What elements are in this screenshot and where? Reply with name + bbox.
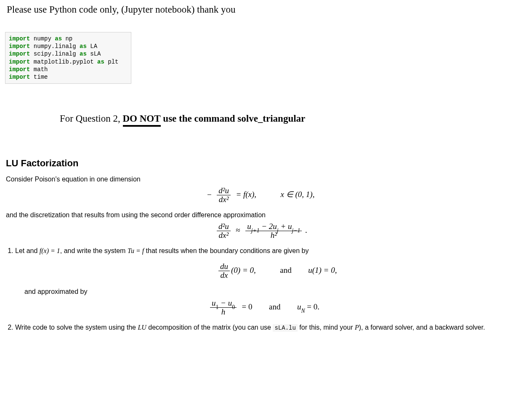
kw-as: as	[80, 43, 87, 50]
mid-pre: For Question 2,	[60, 113, 123, 124]
intro-text-1: Consider Poison's equation in one dimens…	[6, 176, 527, 183]
alias: plt	[108, 59, 118, 65]
eq4-sub1: 1	[216, 304, 219, 310]
eq3-den: dx	[221, 271, 228, 280]
q1-c: that results when the boundary condition…	[144, 247, 309, 254]
eq4-subn: N	[301, 308, 305, 314]
q2-a: Write code to solve the system using the	[15, 324, 138, 331]
kw-import: import	[9, 74, 30, 80]
eq1-domain: x ∈ (0, 1),	[281, 190, 315, 199]
eq2-lhs-den: dx²	[219, 231, 229, 240]
eq3-num: du	[220, 262, 228, 271]
module-name: numpy	[34, 35, 51, 42]
kw-import: import	[9, 59, 30, 65]
eq2-sub1: j+1	[251, 227, 260, 234]
eq4-u1: u	[212, 298, 216, 307]
kw-import: import	[9, 35, 30, 42]
eq3-rhs: u(1) = 0,	[308, 266, 337, 274]
eq4-sub0: 0	[232, 304, 235, 310]
eq2-u: u	[247, 222, 251, 231]
module-name: numpy.linalg	[34, 43, 76, 50]
alias: np	[65, 35, 72, 42]
mid-post: use the command solve_triangular	[161, 113, 306, 124]
eq1-rhs: = f(x),	[236, 190, 256, 199]
top-instruction: Please use Python code only, (Jupyter no…	[5, 4, 527, 15]
eq2-den: h²	[271, 231, 277, 240]
kw-import: import	[9, 43, 30, 50]
q2-b: decomposition of the matrix (you can use	[146, 324, 273, 331]
eq1-den: dx²	[219, 195, 229, 204]
question-list: Let and f(x) = 1, and write the system T…	[6, 247, 527, 331]
kw-as: as	[55, 35, 62, 42]
mid-instruction: For Question 2, DO NOT use the command s…	[60, 113, 527, 124]
eq3-and: and	[280, 266, 291, 274]
equation-1: − d²u dx² = f(x), x ∈ (0, 1),	[5, 187, 527, 204]
q2-lu: LU	[138, 324, 146, 331]
eq2-sub3: j−1	[292, 227, 300, 234]
intro-text-2: and the discretization that results from…	[6, 211, 527, 219]
q1-tu: Tu = f	[128, 247, 144, 254]
module-name: time	[34, 74, 48, 80]
eq4-den: h	[221, 307, 226, 316]
eq4-and: and	[269, 302, 280, 311]
kw-import: import	[9, 66, 30, 73]
alias: LA	[90, 43, 97, 50]
eq2-lhs-num: d²u	[218, 222, 229, 231]
eq1-num: d²u	[218, 186, 229, 195]
question-1: Let and f(x) = 1, and write the system T…	[15, 247, 527, 316]
eq4-eq0: = 0	[242, 302, 253, 311]
q1-a: Let and	[15, 247, 40, 254]
kw-as: as	[80, 51, 87, 57]
q2-c: for this, mind your	[298, 324, 355, 331]
alias: sLA	[90, 51, 101, 57]
mid-underlined: DO NOT	[123, 113, 161, 124]
eq2-mid1: − 2u	[260, 222, 277, 231]
code-cell: import numpy as np import numpy.linalg a…	[5, 32, 131, 84]
approx-by: and approximated by	[24, 288, 527, 296]
equation-2: d²u dx² ≈ uj+1 − 2uj + uj−1 h² .	[5, 222, 527, 240]
module-name: math	[34, 66, 48, 73]
eq4-un: u	[297, 302, 301, 311]
question-2: Write code to solve the system using the…	[15, 324, 527, 331]
section-heading: LU Factorization	[6, 158, 527, 169]
kw-as: as	[97, 59, 104, 65]
module-name: matplotlib.pyplot	[34, 59, 94, 65]
kw-import: import	[9, 51, 30, 57]
q2-d: ), a forward solver, and a backward solv…	[359, 324, 485, 331]
eq2-dot: .	[305, 226, 307, 234]
eq4-mid: − u	[218, 298, 232, 307]
eq2-mid2: + u	[279, 222, 292, 231]
module-name: scipy.linalg	[34, 51, 76, 57]
equation-3: du dx (0) = 0, and u(1) = 0,	[15, 262, 527, 280]
eq3-lhs: (0) = 0,	[231, 266, 256, 274]
approx-sign: ≈	[236, 226, 240, 234]
q1-fx: f(x) = 1	[40, 247, 60, 254]
q2-code: sLA.lu	[273, 324, 297, 332]
eq4-tail: = 0.	[305, 302, 319, 311]
q2-p: P	[355, 324, 359, 331]
eq2-sub2: j	[277, 227, 279, 234]
equation-4: u1 − u0 h = 0 and uN = 0.	[15, 299, 527, 316]
q1-b: , and write the system	[60, 247, 128, 254]
